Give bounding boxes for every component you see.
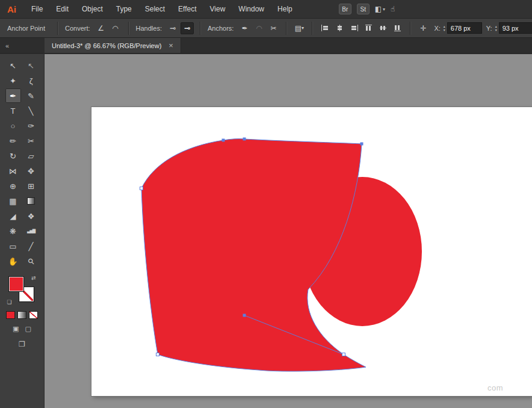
transform-reference-button[interactable]: ✛ bbox=[416, 22, 430, 34]
convert-to-corner-button[interactable]: ∠ bbox=[94, 22, 108, 34]
chevron-down-icon: ▾ bbox=[383, 7, 385, 12]
align-left-button[interactable] bbox=[318, 22, 332, 34]
canvas-area[interactable]: com bbox=[45, 54, 532, 408]
gradient-icon bbox=[27, 197, 35, 205]
pen-tool[interactable]: ✒ bbox=[5, 88, 21, 103]
lasso-tool[interactable]: ζ bbox=[23, 73, 39, 88]
y-label: Y: bbox=[486, 25, 492, 32]
menu-item-effect[interactable]: Effect bbox=[172, 5, 203, 13]
context-label: Anchor Point bbox=[7, 25, 45, 32]
blend-tool[interactable]: ❖ bbox=[23, 209, 39, 223]
paintbrush-tool[interactable]: ✑ bbox=[23, 119, 39, 133]
x-value-field[interactable] bbox=[447, 22, 482, 34]
default-fill-stroke-icon[interactable]: ❏ bbox=[7, 299, 12, 305]
type-tool[interactable]: T bbox=[5, 104, 21, 118]
zoom-tool[interactable]: ⚲ bbox=[23, 254, 39, 268]
magic-wand-tool[interactable]: ✦ bbox=[5, 73, 21, 88]
menu-item-type[interactable]: Type bbox=[110, 5, 138, 13]
transform-reference-icon: ✛ bbox=[420, 24, 426, 32]
align-bottom-button[interactable] bbox=[391, 22, 404, 34]
convert-to-corner-icon: ∠ bbox=[97, 24, 104, 32]
align-right-button[interactable] bbox=[347, 22, 360, 34]
x-stepper[interactable]: ▴▾ bbox=[444, 25, 445, 32]
bridge-button[interactable]: Br bbox=[339, 4, 351, 14]
hand-icon: ✋ bbox=[8, 257, 17, 266]
perspective-grid-tool[interactable]: ⊞ bbox=[23, 179, 39, 193]
gradient-tool[interactable] bbox=[23, 194, 39, 208]
align-left-icon bbox=[321, 25, 329, 31]
shape-builder-tool[interactable]: ⊕ bbox=[5, 179, 21, 193]
anchor-point-selected[interactable] bbox=[360, 143, 363, 146]
close-tab-icon[interactable]: × bbox=[169, 41, 173, 50]
free-transform-tool[interactable]: ✥ bbox=[23, 164, 39, 178]
none-button[interactable] bbox=[29, 311, 38, 319]
connect-path-button[interactable]: ◠ bbox=[252, 22, 265, 34]
magic-wand-icon: ✦ bbox=[10, 76, 16, 85]
y-value-field[interactable] bbox=[499, 22, 532, 34]
artboard-tool[interactable]: ▭ bbox=[5, 239, 21, 253]
hand-tool[interactable]: ✋ bbox=[5, 254, 21, 268]
anchors-buttons: ✒◠✂ bbox=[238, 22, 280, 34]
align-top-button[interactable] bbox=[362, 22, 375, 34]
direct-selection-tool[interactable]: ↖ bbox=[23, 58, 39, 73]
selection-tool[interactable]: ↖ bbox=[5, 58, 21, 73]
color-button[interactable] bbox=[6, 311, 15, 319]
mode-row: ▣ ▢ bbox=[13, 325, 31, 333]
menu-item-window[interactable]: Window bbox=[232, 5, 271, 13]
hide-handles-button[interactable]: ⊸ bbox=[181, 22, 194, 34]
line-segment-tool[interactable]: ╲ bbox=[23, 104, 39, 118]
scissors-tool[interactable]: ✂ bbox=[23, 134, 39, 148]
anchor-point-unselected[interactable] bbox=[140, 187, 143, 190]
stock-button[interactable]: St bbox=[357, 4, 370, 14]
symbol-sprayer-tool[interactable]: ❋ bbox=[5, 224, 21, 238]
isolate-mode-button[interactable]: ▤▾ bbox=[292, 22, 306, 34]
cut-path-button[interactable]: ✂ bbox=[267, 22, 280, 34]
anchor-point-selected[interactable] bbox=[243, 314, 246, 317]
y-stepper[interactable]: ▴▾ bbox=[495, 25, 497, 32]
menu-item-file[interactable]: File bbox=[25, 5, 49, 13]
ellipse-tool[interactable]: ○ bbox=[5, 119, 21, 133]
artboard[interactable]: com bbox=[91, 107, 532, 396]
remove-anchor-button[interactable]: ✒ bbox=[238, 22, 251, 34]
menu-item-object[interactable]: Object bbox=[75, 5, 110, 13]
menu-item-edit[interactable]: Edit bbox=[49, 5, 75, 13]
rotate-tool[interactable]: ↻ bbox=[5, 149, 21, 163]
eyedropper-tool[interactable]: ◢ bbox=[5, 209, 21, 223]
fill-swatch[interactable] bbox=[8, 276, 24, 292]
menu-item-select[interactable]: Select bbox=[138, 5, 172, 13]
workspace-switcher-button[interactable]: ◧ ▾ bbox=[375, 5, 385, 13]
document-tab[interactable]: Untitled-3* @ 66.67% (RGB/Preview) × bbox=[45, 38, 181, 53]
column-graph-tool[interactable]: ▃▅▇ bbox=[23, 224, 39, 238]
menu-item-view[interactable]: View bbox=[203, 5, 232, 13]
anchor-point-selected[interactable] bbox=[222, 139, 225, 142]
lasso-icon: ζ bbox=[29, 76, 33, 85]
menu-item-help[interactable]: Help bbox=[271, 5, 299, 13]
touch-workspace-button[interactable]: ☝ bbox=[391, 5, 395, 13]
anchor-point-selected[interactable] bbox=[243, 138, 246, 141]
tool-panel-collapse[interactable]: « bbox=[0, 38, 45, 53]
curvature-tool[interactable]: ✎ bbox=[23, 88, 39, 103]
shaper-tool[interactable]: ✏ bbox=[5, 134, 21, 148]
ellipse-icon: ○ bbox=[11, 122, 16, 131]
arrange-documents-icon[interactable]: ❐ bbox=[19, 340, 25, 348]
scale-tool[interactable]: ▱ bbox=[23, 149, 39, 163]
slice-tool[interactable]: ╱ bbox=[23, 239, 39, 253]
mesh-tool[interactable]: ▦ bbox=[5, 194, 21, 208]
artboard-svg[interactable] bbox=[91, 107, 532, 396]
align-center-button[interactable] bbox=[333, 22, 346, 34]
screen-mode-icon[interactable]: ▢ bbox=[25, 325, 31, 333]
workspace-icon: ◧ bbox=[375, 5, 382, 13]
menubar-right: Br St ◧ ▾ ☝ bbox=[339, 4, 395, 14]
anchor-point-unselected[interactable] bbox=[342, 353, 345, 356]
shape-path[interactable] bbox=[141, 139, 366, 371]
align-middle-button[interactable] bbox=[376, 22, 389, 34]
gradient-button[interactable] bbox=[17, 311, 26, 319]
width-tool[interactable]: ⋈ bbox=[5, 164, 21, 178]
divider bbox=[128, 22, 129, 35]
type-icon: T bbox=[11, 107, 16, 116]
show-handles-button[interactable]: ⊸ bbox=[166, 22, 179, 34]
convert-to-smooth-button[interactable]: ◠ bbox=[109, 22, 122, 34]
drawing-modes-icon[interactable]: ▣ bbox=[13, 325, 19, 333]
anchor-point-unselected[interactable] bbox=[156, 353, 159, 356]
swap-fill-stroke-icon[interactable]: ⇄ bbox=[31, 275, 36, 281]
